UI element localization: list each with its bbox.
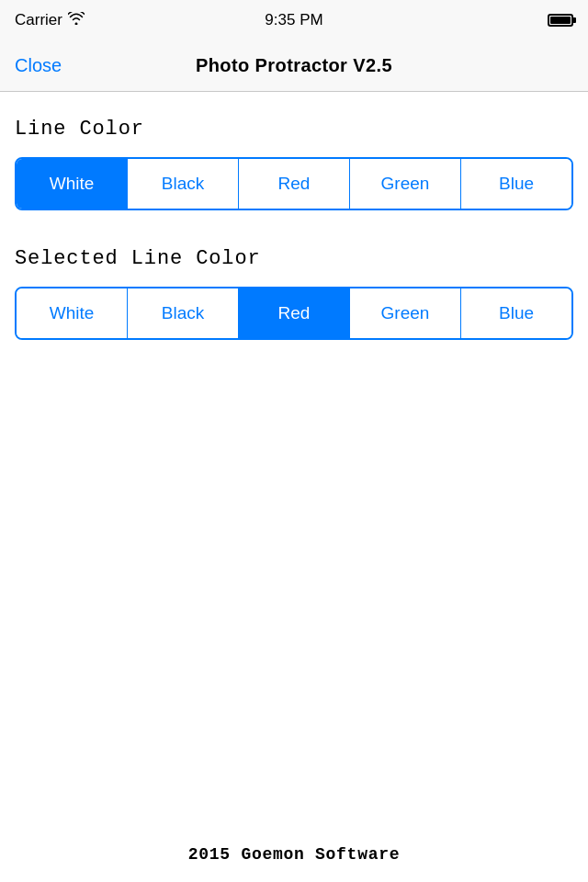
- carrier-label: Carrier: [15, 11, 62, 29]
- selected-line-color-option-red[interactable]: Red: [239, 288, 350, 338]
- line-color-segmented-control: White Black Red Green Blue: [15, 157, 573, 210]
- battery-icon: [548, 14, 573, 27]
- selected-line-color-option-blue[interactable]: Blue: [461, 288, 571, 338]
- line-color-option-green[interactable]: Green: [350, 159, 461, 209]
- status-time: 9:35 PM: [265, 11, 322, 29]
- line-color-section: Line Color White Black Red Green Blue: [15, 118, 573, 210]
- line-color-option-black[interactable]: Black: [128, 159, 239, 209]
- nav-title: Photo Protractor V2.5: [196, 55, 392, 76]
- line-color-option-red[interactable]: Red: [239, 159, 350, 209]
- line-color-option-white[interactable]: White: [17, 159, 128, 209]
- selected-line-color-option-white[interactable]: White: [17, 288, 128, 338]
- selected-line-color-section: Selected Line Color White Black Red Gree…: [15, 247, 573, 340]
- footer: 2015 Goemon Software: [0, 845, 588, 864]
- status-carrier: Carrier: [15, 11, 85, 29]
- close-button[interactable]: Close: [15, 55, 62, 76]
- selected-line-color-segmented-control: White Black Red Green Blue: [15, 287, 573, 340]
- selected-line-color-label: Selected Line Color: [15, 247, 573, 270]
- footer-text: 2015 Goemon Software: [188, 845, 400, 864]
- line-color-option-blue[interactable]: Blue: [461, 159, 571, 209]
- wifi-icon: [68, 11, 85, 29]
- status-battery: [544, 14, 573, 27]
- line-color-label: Line Color: [15, 118, 573, 141]
- content-area: Line Color White Black Red Green Blue Se…: [0, 92, 588, 340]
- selected-line-color-option-green[interactable]: Green: [350, 288, 461, 338]
- status-bar: Carrier 9:35 PM: [0, 0, 588, 40]
- nav-bar: Close Photo Protractor V2.5: [0, 40, 588, 92]
- selected-line-color-option-black[interactable]: Black: [128, 288, 239, 338]
